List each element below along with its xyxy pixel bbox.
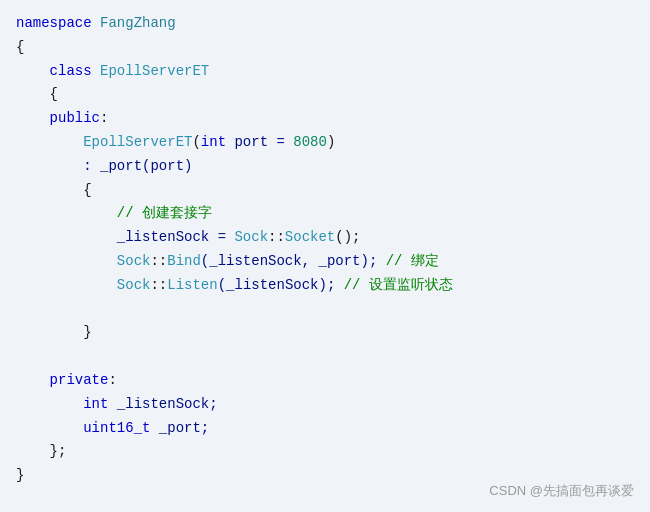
code-line bbox=[16, 345, 634, 369]
code-line: { bbox=[16, 83, 634, 107]
code-line: private: bbox=[16, 369, 634, 393]
code-line: // 创建套接字 bbox=[16, 202, 634, 226]
code-line: Sock::Bind(_listenSock, _port); // 绑定 bbox=[16, 250, 634, 274]
code-line: class EpollServerET bbox=[16, 60, 634, 84]
code-line: { bbox=[16, 36, 634, 60]
watermark: CSDN @先搞面包再谈爱 bbox=[489, 482, 634, 500]
code-line: namespace FangZhang bbox=[16, 12, 634, 36]
code-line: }; bbox=[16, 440, 634, 464]
code-line: } bbox=[16, 321, 634, 345]
code-line: : _port(port) bbox=[16, 155, 634, 179]
code-block: namespace FangZhang{ class EpollServerET… bbox=[16, 12, 634, 488]
code-line: public: bbox=[16, 107, 634, 131]
code-line bbox=[16, 298, 634, 322]
code-line: uint16_t _port; bbox=[16, 417, 634, 441]
code-line: EpollServerET(int port = 8080) bbox=[16, 131, 634, 155]
code-line: _listenSock = Sock::Socket(); bbox=[16, 226, 634, 250]
code-line: Sock::Listen(_listenSock); // 设置监听状态 bbox=[16, 274, 634, 298]
code-container: namespace FangZhang{ class EpollServerET… bbox=[0, 0, 650, 512]
code-line: int _listenSock; bbox=[16, 393, 634, 417]
code-line: { bbox=[16, 179, 634, 203]
